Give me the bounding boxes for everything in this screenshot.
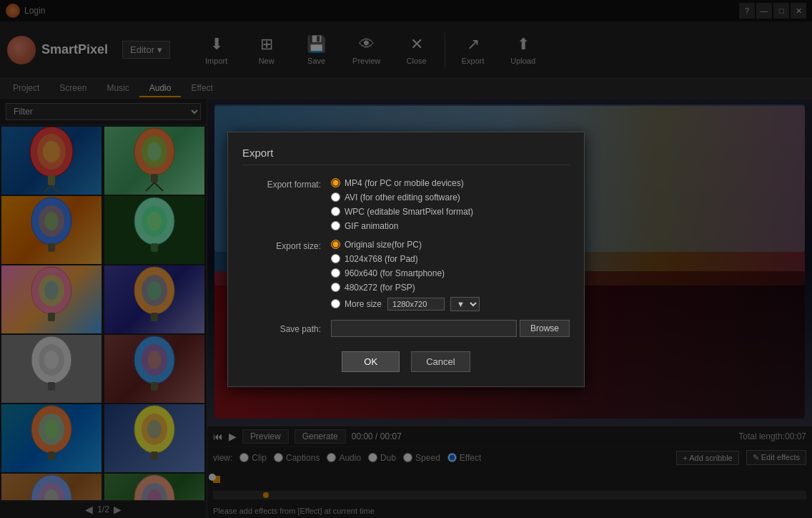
more-size-dropdown[interactable]: ▼: [450, 297, 480, 311]
export-size-options: Original size(for PC) 1024x768 (for Pad)…: [331, 240, 480, 311]
more-size-input[interactable]: [387, 298, 445, 311]
export-format-options: MP4 (for PC or mobile devices) AVI (for …: [331, 178, 473, 231]
cancel-button[interactable]: Cancel: [411, 351, 470, 372]
save-path-input[interactable]: [331, 320, 517, 337]
save-path-row: Save path: Browse: [242, 320, 570, 337]
format-gif[interactable]: GIF animation: [331, 221, 473, 231]
size-480[interactable]: 480x272 (for PSP): [331, 283, 480, 293]
size-1024[interactable]: 1024x768 (for Pad): [331, 254, 480, 264]
format-mp4[interactable]: MP4 (for PC or mobile devices): [331, 178, 473, 188]
dialog-overlay: Export Export format: MP4 (for PC or mob…: [0, 0, 812, 518]
export-format-row: Export format: MP4 (for PC or mobile dev…: [242, 178, 570, 231]
ok-button[interactable]: OK: [342, 351, 400, 372]
size-more-row: More size ▼: [331, 297, 480, 311]
dialog-title: Export: [242, 147, 570, 165]
format-wpc[interactable]: WPC (editable SmartPixel format): [331, 207, 473, 217]
format-avi[interactable]: AVI (for other editing software): [331, 192, 473, 202]
export-size-row: Export size: Original size(for PC) 1024x…: [242, 240, 570, 311]
export-format-label: Export format:: [242, 178, 321, 190]
save-path-label: Save path:: [242, 323, 321, 334]
browse-button[interactable]: Browse: [520, 320, 570, 337]
dialog-buttons: OK Cancel: [242, 351, 570, 372]
size-960[interactable]: 960x640 (for Smartphone): [331, 268, 480, 278]
size-more[interactable]: More size: [331, 299, 382, 309]
size-original[interactable]: Original size(for PC): [331, 240, 480, 250]
export-size-label: Export size:: [242, 240, 321, 251]
export-dialog: Export Export format: MP4 (for PC or mob…: [227, 132, 585, 387]
